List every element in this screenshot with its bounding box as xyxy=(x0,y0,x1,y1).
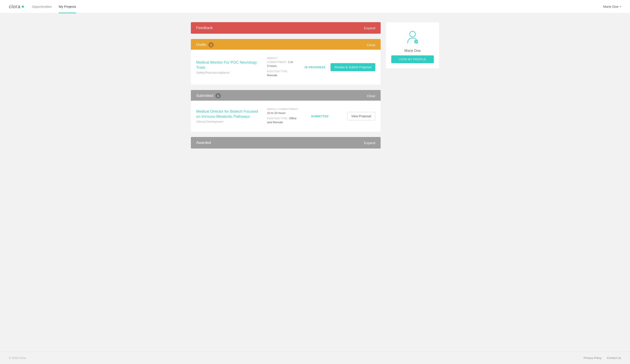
avatar-icon xyxy=(404,28,422,46)
submitted-count: 1 xyxy=(216,93,221,98)
feedback-expand-button[interactable]: Expand xyxy=(364,26,375,30)
header: clora Opportunities My Projects Marie Do… xyxy=(0,0,630,13)
view-profile-button[interactable]: VIEW MY PROFILE xyxy=(391,56,434,63)
submitted-project-meta: WEEKLY COMMITTMENT: 10 to 20 hours POSIT… xyxy=(263,107,304,126)
draft-project-title[interactable]: Medical Monitor For POC Neurology Trials xyxy=(196,60,263,70)
submitted-section: Submitted 1 Close Medical Director for B… xyxy=(191,90,380,132)
submitted-project-info: Medical Director for Biotech Focused on … xyxy=(196,109,263,123)
logo-dot-icon xyxy=(22,6,24,8)
draft-status-badge: IN PROGRESS xyxy=(304,66,326,69)
submitted-project-category: Clinical Development xyxy=(196,120,263,123)
submitted-title: Submitted xyxy=(196,94,213,98)
submitted-content: Medical Director for Biotech Focused on … xyxy=(191,101,380,132)
awarded-section: Awarded Expand xyxy=(191,137,380,148)
awarded-bar-left: Awarded xyxy=(196,140,211,145)
feedback-title: Feedback xyxy=(196,26,213,30)
draft-position-type-row: POSITION TYPE: Remote xyxy=(267,69,295,77)
nav: Opportunities My Projects xyxy=(32,0,76,13)
submitted-weekly-commitment-row: WEEKLY COMMITTMENT: 10 to 20 hours xyxy=(267,107,300,115)
drafts-section: Drafts 1 Close Medical Monitor For POC N… xyxy=(191,39,380,85)
feedback-section: Feedback Expand xyxy=(191,22,380,34)
footer-links: Privacy Policy Contact Us xyxy=(584,356,621,360)
submitted-position-type-row: POSITION TYPE: Office and Remote xyxy=(267,116,300,124)
submitted-project-status: SUBMITTED xyxy=(304,114,336,118)
main-content: Feedback Expand Drafts 1 Close Medical M… xyxy=(182,13,448,352)
nav-item-my-projects[interactable]: My Projects xyxy=(59,0,76,13)
header-left: clora Opportunities My Projects xyxy=(9,0,76,13)
draft-position-value: Remote xyxy=(267,74,277,77)
submitted-weekly-value: 10 to 20 hours xyxy=(267,111,286,114)
submitted-project-card: Medical Director for Biotech Focused on … xyxy=(196,105,375,127)
svg-point-0 xyxy=(410,31,416,37)
privacy-policy-link[interactable]: Privacy Policy xyxy=(584,356,602,360)
review-submit-button[interactable]: Review & Submit Proposal xyxy=(330,63,375,71)
submitted-status-badge: SUBMITTED xyxy=(311,115,329,118)
draft-weekly-label: WEEKLY COMMITTMENT: xyxy=(267,57,287,64)
draft-project-category: Safety/Pharmacovigilance xyxy=(196,71,263,74)
nav-item-opportunities[interactable]: Opportunities xyxy=(32,0,52,13)
draft-project-status: IN PROGRESS xyxy=(300,65,330,69)
draft-weekly-commitment-row: WEEKLY COMMITTMENT: 1 to 5 hours xyxy=(267,56,295,68)
feedback-bar-left: Feedback xyxy=(196,26,213,30)
view-proposal-button[interactable]: View Proposal xyxy=(347,112,375,120)
draft-position-label: POSITION TYPE: xyxy=(267,70,288,73)
draft-project-action: Review & Submit Proposal xyxy=(330,63,375,71)
awarded-title: Awarded xyxy=(196,140,211,145)
sidebar: Marie Doe VIEW MY PROFILE xyxy=(386,22,439,343)
drafts-bar: Drafts 1 Close xyxy=(191,39,380,50)
draft-project-card: Medical Monitor For POC Neurology Trials… xyxy=(196,54,375,80)
submitted-project-action: View Proposal xyxy=(336,112,375,120)
drafts-title: Drafts xyxy=(196,42,206,47)
profile-name: Marie Doe xyxy=(404,49,421,53)
drafts-bar-left: Drafts 1 xyxy=(196,42,214,48)
logo-text: clora xyxy=(9,4,20,10)
profile-card: Marie Doe VIEW MY PROFILE xyxy=(386,22,439,68)
drafts-count: 1 xyxy=(208,42,214,48)
drafts-content: Medical Monitor For POC Neurology Trials… xyxy=(191,50,380,85)
footer-copyright: © 2019 Clora xyxy=(9,356,26,360)
logo[interactable]: clora xyxy=(9,4,24,10)
contact-us-link[interactable]: Contact Us xyxy=(607,356,621,360)
draft-project-info: Medical Monitor For POC Neurology Trials… xyxy=(196,60,263,74)
submitted-bar: Submitted 1 Close xyxy=(191,90,380,102)
submitted-close-button[interactable]: Close xyxy=(367,94,375,98)
awarded-expand-button[interactable]: Expand xyxy=(364,141,375,145)
feedback-bar: Feedback Expand xyxy=(191,22,380,34)
content-area: Feedback Expand Drafts 1 Close Medical M… xyxy=(191,22,380,343)
footer: © 2019 Clora Privacy Policy Contact Us xyxy=(0,352,630,364)
submitted-bar-left: Submitted 1 xyxy=(196,93,221,98)
header-user[interactable]: Marie Doe xyxy=(603,5,621,8)
submitted-weekly-label: WEEKLY COMMITTMENT: xyxy=(267,108,298,110)
submitted-project-title[interactable]: Medical Director for Biotech Focused on … xyxy=(196,109,263,119)
submitted-position-label: POSITION TYPE: xyxy=(267,117,288,120)
avatar xyxy=(404,28,422,46)
awarded-bar: Awarded Expand xyxy=(191,137,380,148)
drafts-close-button[interactable]: Close xyxy=(367,43,375,47)
draft-project-meta: WEEKLY COMMITTMENT: 1 to 5 hours POSITIO… xyxy=(263,56,300,78)
